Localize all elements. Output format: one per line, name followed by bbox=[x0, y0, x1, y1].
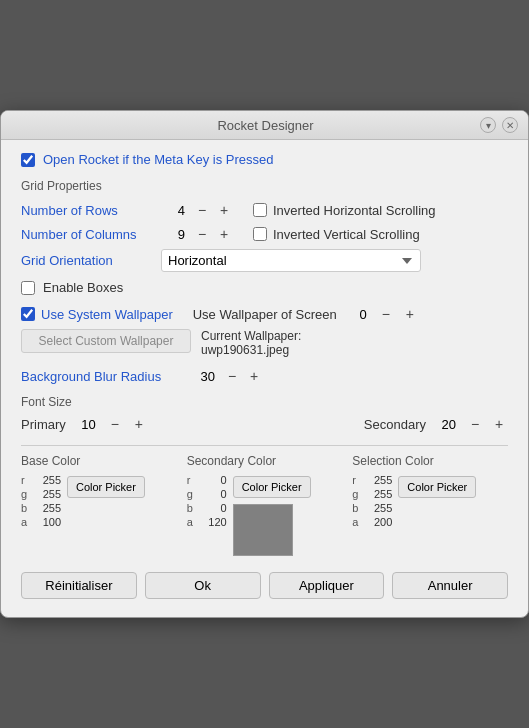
font-secondary-label: Secondary bbox=[364, 417, 426, 432]
apply-button[interactable]: Appliquer bbox=[269, 572, 385, 599]
rows-value: 4 bbox=[161, 203, 185, 218]
use-system-wp-label: Use System Wallpaper bbox=[41, 307, 173, 322]
main-window: Rocket Designer ▾ ✕ Open Rocket if the M… bbox=[0, 110, 529, 618]
base-r-row: r 255 bbox=[21, 474, 61, 486]
rows-stepper: 4 − + bbox=[161, 201, 233, 219]
minimize-button[interactable]: ▾ bbox=[480, 117, 496, 133]
open-rocket-checkbox[interactable] bbox=[21, 153, 35, 167]
blur-decrement[interactable]: − bbox=[223, 367, 241, 385]
blur-increment[interactable]: + bbox=[245, 367, 263, 385]
secondary-color-title: Secondary Color bbox=[187, 454, 343, 468]
font-primary-increment[interactable]: + bbox=[130, 415, 148, 433]
sel-b-label: b bbox=[352, 502, 362, 514]
font-secondary-group: Secondary 20 − + bbox=[364, 415, 508, 433]
blur-stepper: 30 − + bbox=[191, 367, 263, 385]
secondary-color-picker-button[interactable]: Color Picker bbox=[233, 476, 311, 498]
inverted-h-label: Inverted Horizontal Scrolling bbox=[273, 203, 436, 218]
cancel-button[interactable]: Annuler bbox=[392, 572, 508, 599]
selection-color-col: Selection Color r 255 g 255 b 2 bbox=[352, 454, 508, 556]
secondary-color-channels: r 0 g 0 b 0 a 120 bbox=[187, 474, 227, 528]
select-wp-button[interactable]: Select Custom Wallpaper bbox=[21, 329, 191, 353]
wp-screen-label: Use Wallpaper of Screen bbox=[193, 307, 337, 322]
font-size-section: Font Size Primary 10 − + Secondary 20 − … bbox=[21, 395, 508, 433]
base-a-value: 100 bbox=[33, 516, 61, 528]
selection-color-inputs: r 255 g 255 b 255 a 200 bbox=[352, 474, 508, 528]
base-color-title: Base Color bbox=[21, 454, 177, 468]
ok-button[interactable]: Ok bbox=[145, 572, 261, 599]
use-system-wp-checkbox[interactable] bbox=[21, 307, 35, 321]
sel-b-value: 255 bbox=[364, 502, 392, 514]
sel-r-value: 255 bbox=[364, 474, 392, 486]
blur-row: Background Blur Radius 30 − + bbox=[21, 367, 508, 385]
grid-section: Grid Properties Number of Rows 4 − + Inv… bbox=[21, 179, 508, 295]
use-wp-screen-group: Use Wallpaper of Screen 0 − + bbox=[193, 305, 419, 323]
reset-button[interactable]: Réinitialiser bbox=[21, 572, 137, 599]
current-wp-value: uwp190631.jpeg bbox=[201, 343, 301, 357]
wallpaper-row1: Use System Wallpaper Use Wallpaper of Sc… bbox=[21, 305, 508, 323]
orientation-row: Grid Orientation Horizontal Vertical bbox=[21, 249, 508, 272]
base-color-picker-button[interactable]: Color Picker bbox=[67, 476, 145, 498]
base-g-row: g 255 bbox=[21, 488, 61, 500]
sel-g-label: g bbox=[352, 488, 362, 500]
sel-r-row: r 255 bbox=[352, 474, 392, 486]
sec-r-row: r 0 bbox=[187, 474, 227, 486]
selection-color-picker-button[interactable]: Color Picker bbox=[398, 476, 476, 498]
inverted-v-label: Inverted Vertical Scrolling bbox=[273, 227, 420, 242]
inverted-h-group: Inverted Horizontal Scrolling bbox=[253, 203, 436, 218]
rows-decrement[interactable]: − bbox=[193, 201, 211, 219]
font-primary-value: 10 bbox=[72, 417, 96, 432]
base-b-value: 255 bbox=[33, 502, 61, 514]
rows-label: Number of Rows bbox=[21, 203, 161, 218]
base-r-value: 255 bbox=[33, 474, 61, 486]
font-primary-group: Primary 10 − + bbox=[21, 415, 148, 433]
sel-r-label: r bbox=[352, 474, 362, 486]
content-area: Open Rocket if the Meta Key is Pressed G… bbox=[1, 140, 528, 617]
font-secondary-increment[interactable]: + bbox=[490, 415, 508, 433]
sec-a-label: a bbox=[187, 516, 197, 528]
base-color-channels: r 255 g 255 b 255 a 100 bbox=[21, 474, 61, 528]
wallpaper-section: Use System Wallpaper Use Wallpaper of Sc… bbox=[21, 305, 508, 357]
orientation-label: Grid Orientation bbox=[21, 253, 161, 268]
font-primary-decrement[interactable]: − bbox=[106, 415, 124, 433]
titlebar-buttons: ▾ ✕ bbox=[480, 117, 518, 133]
selection-color-channels: r 255 g 255 b 255 a 200 bbox=[352, 474, 392, 528]
font-secondary-decrement[interactable]: − bbox=[466, 415, 484, 433]
font-size-row: Primary 10 − + Secondary 20 − + bbox=[21, 415, 508, 433]
sec-b-label: b bbox=[187, 502, 197, 514]
sec-r-value: 0 bbox=[199, 474, 227, 486]
columns-increment[interactable]: + bbox=[215, 225, 233, 243]
blur-label: Background Blur Radius bbox=[21, 369, 191, 384]
enable-boxes-label: Enable Boxes bbox=[43, 280, 123, 295]
columns-value: 9 bbox=[161, 227, 185, 242]
wp-screen-decrement[interactable]: − bbox=[377, 305, 395, 323]
columns-decrement[interactable]: − bbox=[193, 225, 211, 243]
base-a-row: a 100 bbox=[21, 516, 61, 528]
use-system-wp-group: Use System Wallpaper bbox=[21, 307, 173, 322]
secondary-color-preview bbox=[233, 504, 293, 556]
close-button[interactable]: ✕ bbox=[502, 117, 518, 133]
sec-g-value: 0 bbox=[199, 488, 227, 500]
wp-screen-increment[interactable]: + bbox=[401, 305, 419, 323]
blur-value: 30 bbox=[191, 369, 215, 384]
inverted-v-checkbox[interactable] bbox=[253, 227, 267, 241]
sel-g-value: 255 bbox=[364, 488, 392, 500]
sel-a-value: 200 bbox=[364, 516, 392, 528]
sec-r-label: r bbox=[187, 474, 197, 486]
inverted-h-checkbox[interactable] bbox=[253, 203, 267, 217]
divider bbox=[21, 445, 508, 446]
rows-increment[interactable]: + bbox=[215, 201, 233, 219]
base-color-col: Base Color r 255 g 255 b 255 bbox=[21, 454, 177, 556]
sel-g-row: g 255 bbox=[352, 488, 392, 500]
orientation-select[interactable]: Horizontal Vertical bbox=[161, 249, 421, 272]
sec-a-row: a 120 bbox=[187, 516, 227, 528]
sec-b-value: 0 bbox=[199, 502, 227, 514]
columns-row: Number of Columns 9 − + Inverted Vertica… bbox=[21, 225, 508, 243]
enable-boxes-row: Enable Boxes bbox=[21, 280, 508, 295]
enable-boxes-checkbox[interactable] bbox=[21, 281, 35, 295]
secondary-color-inputs: r 0 g 0 b 0 a 120 bbox=[187, 474, 343, 556]
selection-color-title: Selection Color bbox=[352, 454, 508, 468]
sec-g-row: g 0 bbox=[187, 488, 227, 500]
sec-g-label: g bbox=[187, 488, 197, 500]
sel-a-label: a bbox=[352, 516, 362, 528]
current-wp-info: Current Wallpaper: uwp190631.jpeg bbox=[201, 329, 301, 357]
